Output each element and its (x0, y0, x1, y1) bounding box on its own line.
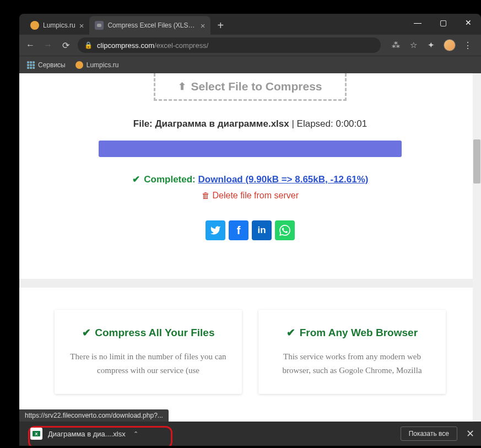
bookmarks-bar: Сервисы Lumpics.ru (19, 56, 481, 73)
card-title: ✔ From Any Web Browser (271, 326, 434, 339)
show-all-button[interactable]: Показать все (401, 427, 457, 441)
excel-file-icon (30, 428, 42, 440)
address-bar[interactable]: 🔒 clipcompress.com/excel-compress/ (78, 37, 381, 53)
progress-bar (99, 141, 402, 157)
feature-cards: ✔ Compress All Your Files There is no li… (19, 288, 481, 394)
minimize-button[interactable]: ― (405, 14, 430, 31)
delete-label: Delete file from server (212, 191, 299, 200)
url-path: /excel-compress/ (154, 41, 208, 50)
file-info: File: Диаграмма в диаграмме.xlsx | Elaps… (19, 118, 481, 129)
card-text: There is no limit in the number of files… (67, 350, 230, 377)
tab-title: Compress Excel Files (XLS, XLSX, (107, 21, 196, 29)
close-icon[interactable]: × (201, 21, 206, 30)
tab-title: Lumpics.ru (43, 21, 75, 29)
favicon-icon (95, 21, 104, 30)
apps-button[interactable]: Сервисы (27, 61, 66, 69)
nav-toolbar: ← → ⟳ 🔒 clipcompress.com/excel-compress/… (19, 35, 481, 56)
apps-icon (27, 61, 35, 69)
window-controls: ― ▢ ✕ (405, 14, 481, 31)
file-prefix: File: (133, 118, 155, 129)
delete-row[interactable]: 🗑 Delete file from server (19, 191, 481, 201)
close-button[interactable]: ✕ (456, 14, 481, 31)
tab-strip: Lumpics.ru × Compress Excel Files (XLS, … (25, 16, 405, 35)
whatsapp-button[interactable] (275, 220, 295, 240)
downloads-actions: Показать все ✕ (401, 427, 474, 441)
url-host: clipcompress.com (97, 41, 154, 50)
browser-window: Lumpics.ru × Compress Excel Files (XLS, … (19, 14, 481, 446)
star-icon[interactable]: ☆ (408, 40, 418, 50)
completed-label: Completed: (144, 174, 198, 185)
trash-icon: 🗑 (202, 191, 210, 200)
check-icon: ✔ (82, 327, 91, 338)
scrollbar-thumb[interactable] (473, 139, 480, 183)
file-dropzone[interactable]: ⬆ Select File to Compress (154, 73, 347, 101)
back-button[interactable]: ← (25, 40, 36, 50)
tab-compress[interactable]: Compress Excel Files (XLS, XLSX, × (89, 16, 210, 35)
section-divider (19, 279, 481, 288)
favicon-icon (75, 61, 83, 69)
bookmark-label: Сервисы (38, 61, 66, 69)
maximize-button[interactable]: ▢ (430, 14, 456, 31)
card-title: ✔ Compress All Your Files (67, 326, 230, 339)
favicon-icon (30, 21, 39, 30)
translate-icon[interactable]: ⁂ (391, 40, 401, 50)
close-icon[interactable]: ✕ (466, 428, 474, 440)
dropzone-label: Select File to Compress (191, 80, 322, 93)
download-link[interactable]: Download (9.90kB => 8.65kB, -12.61%) (198, 174, 369, 185)
page-body: ⬆ Select File to Compress File: Диаграмм… (19, 73, 481, 394)
lock-icon: 🔒 (84, 41, 93, 49)
file-name: Диаграмма в диаграмме.xlsx (155, 118, 289, 129)
bookmark-label: Lumpics.ru (87, 61, 119, 69)
completed-row: ✔ Completed: Download (9.90kB => 8.65kB,… (19, 174, 481, 185)
new-tab-button[interactable]: + (210, 19, 230, 32)
close-icon[interactable]: × (79, 21, 84, 30)
check-icon: ✔ (132, 174, 140, 185)
card-any-browser: ✔ From Any Web Browser This service work… (258, 310, 446, 394)
forward-button[interactable]: → (42, 40, 53, 50)
download-item[interactable]: Диаграмма в диа....xlsx ⌃ (26, 425, 143, 442)
upload-icon: ⬆ (178, 80, 186, 93)
bookmark-lumpics[interactable]: Lumpics.ru (75, 61, 119, 69)
menu-button[interactable]: ⋮ (463, 40, 472, 51)
card-compress-all: ✔ Compress All Your Files There is no li… (55, 310, 242, 394)
extension-area: ⁂ ☆ ✦ ⋮ (387, 39, 475, 51)
elapsed-label: | Elapsed: (289, 118, 336, 129)
extensions-icon[interactable]: ✦ (426, 40, 436, 50)
social-share: f in (19, 220, 481, 240)
twitter-button[interactable] (206, 220, 225, 240)
card-text: This service works from any modern web b… (271, 350, 434, 377)
status-bar-link: https://srv22.fileconverto.com/download.… (19, 409, 169, 422)
reload-button[interactable]: ⟳ (60, 40, 71, 51)
tab-lumpics[interactable]: Lumpics.ru × (25, 16, 89, 35)
chevron-up-icon[interactable]: ⌃ (133, 430, 138, 438)
profile-avatar[interactable] (444, 39, 456, 51)
elapsed-value: 0:00:01 (336, 118, 367, 129)
scrollbar[interactable] (473, 73, 481, 422)
downloads-bar: Диаграмма в диа....xlsx ⌃ Показать все ✕ (19, 422, 481, 446)
download-filename: Диаграмма в диа....xlsx (48, 430, 126, 438)
titlebar: Lumpics.ru × Compress Excel Files (XLS, … (19, 14, 481, 35)
linkedin-button[interactable]: in (252, 220, 272, 240)
check-icon: ✔ (287, 327, 295, 338)
content-area: ⬆ Select File to Compress File: Диаграмм… (19, 73, 481, 446)
facebook-button[interactable]: f (229, 220, 248, 240)
page-viewport[interactable]: ⬆ Select File to Compress File: Диаграмм… (19, 73, 481, 422)
